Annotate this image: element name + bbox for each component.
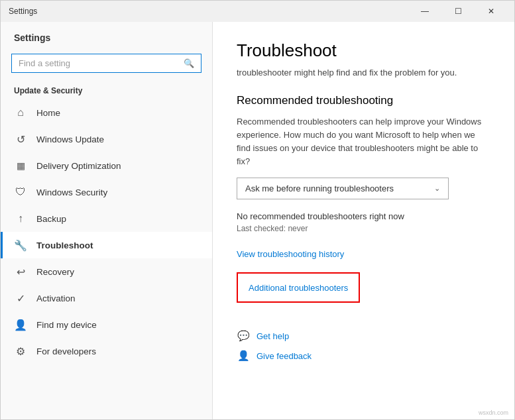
home-icon: ⌂ xyxy=(14,106,27,119)
shield-icon: 🛡 xyxy=(14,185,27,199)
find-device-icon: 👤 xyxy=(14,318,27,331)
sidebar-item-label-backup: Backup xyxy=(36,214,66,224)
sidebar-item-label-delivery: Delivery Optimization xyxy=(36,161,121,171)
sidebar-item-troubleshoot[interactable]: 🔧 Troubleshoot xyxy=(1,232,212,258)
search-input[interactable] xyxy=(12,54,177,72)
sidebar-title: Settings xyxy=(1,22,212,48)
give-feedback-label: Give feedback xyxy=(257,351,312,361)
troubleshoot-icon: 🔧 xyxy=(14,238,27,252)
settings-window: Settings — ☐ ✕ Settings 🔍 Update & Secur… xyxy=(0,0,515,420)
backup-icon: ↑ xyxy=(14,212,27,225)
recommended-section-title: Recommended troubleshooting xyxy=(237,94,490,107)
give-feedback-item[interactable]: 👤 Give feedback xyxy=(237,349,490,362)
sidebar-item-windows-security[interactable]: 🛡 Windows Security xyxy=(1,179,212,205)
recommended-description: Recommended troubleshooters can help imp… xyxy=(237,115,490,169)
section-label: Update & Security xyxy=(1,81,212,99)
search-icon: 🔍 xyxy=(177,54,201,72)
give-feedback-icon: 👤 xyxy=(237,349,250,362)
sidebar-item-recovery[interactable]: ↩ Recovery xyxy=(1,258,212,285)
recovery-icon: ↩ xyxy=(14,265,27,278)
close-button[interactable]: ✕ xyxy=(476,1,506,22)
last-checked-text: Last checked: never xyxy=(237,224,490,233)
sidebar-item-label-find-device: Find my device xyxy=(36,320,97,330)
additional-troubleshooters-box[interactable]: Additional troubleshooters xyxy=(237,272,360,303)
sidebar-item-for-developers[interactable]: ⚙ For developers xyxy=(1,338,212,364)
maximize-button[interactable]: ☐ xyxy=(443,1,473,22)
sidebar-item-home[interactable]: ⌂ Home xyxy=(1,99,212,126)
page-title: Troubleshoot xyxy=(237,40,490,61)
sidebar-item-backup[interactable]: ↑ Backup xyxy=(1,205,212,232)
minimize-button[interactable]: — xyxy=(410,1,440,22)
sidebar-item-label-troubleshoot: Troubleshoot xyxy=(36,240,93,250)
additional-troubleshooters-link[interactable]: Additional troubleshooters xyxy=(249,283,348,293)
window-content: Settings 🔍 Update & Security ⌂ Home ↺ Wi… xyxy=(1,22,514,419)
get-help-icon: 💬 xyxy=(237,329,250,342)
status-text: No recommended troubleshooters right now xyxy=(237,211,490,221)
sidebar-item-windows-update[interactable]: ↺ Windows Update xyxy=(1,126,212,152)
help-items: 💬 Get help 👤 Give feedback xyxy=(237,329,490,362)
dropdown-value: Ask me before running troubleshooters xyxy=(245,184,394,193)
intro-text: troubleshooter might help find and fix t… xyxy=(237,66,490,79)
sidebar-item-label-recovery: Recovery xyxy=(36,267,74,277)
chevron-down-icon: ⌄ xyxy=(434,184,440,193)
sidebar-item-label-developers: For developers xyxy=(36,346,96,356)
titlebar-controls: — ☐ ✕ xyxy=(410,1,506,22)
titlebar-title: Settings xyxy=(9,7,37,16)
troubleshooter-dropdown[interactable]: Ask me before running troubleshooters ⌄ xyxy=(237,178,449,199)
developers-icon: ⚙ xyxy=(14,344,27,358)
get-help-item[interactable]: 💬 Get help xyxy=(237,329,490,342)
sidebar-item-label-windows-update: Windows Update xyxy=(36,134,104,144)
main-content: Troubleshoot troubleshooter might help f… xyxy=(213,22,514,419)
get-help-label: Get help xyxy=(257,331,289,341)
update-icon: ↺ xyxy=(14,132,27,146)
sidebar-item-find-my-device[interactable]: 👤 Find my device xyxy=(1,311,212,338)
view-history-link[interactable]: View troubleshooting history xyxy=(237,249,344,259)
sidebar-item-label-home: Home xyxy=(36,108,60,118)
sidebar-item-label-activation: Activation xyxy=(36,293,76,303)
delivery-icon: ▦ xyxy=(14,159,27,172)
activation-icon: ✓ xyxy=(14,291,27,305)
search-box[interactable]: 🔍 xyxy=(11,54,201,73)
sidebar-item-label-security: Windows Security xyxy=(36,187,107,197)
sidebar: Settings 🔍 Update & Security ⌂ Home ↺ Wi… xyxy=(1,22,213,419)
titlebar: Settings — ☐ ✕ xyxy=(1,1,514,22)
sidebar-item-activation[interactable]: ✓ Activation xyxy=(1,285,212,311)
sidebar-item-delivery-optimization[interactable]: ▦ Delivery Optimization xyxy=(1,152,212,179)
